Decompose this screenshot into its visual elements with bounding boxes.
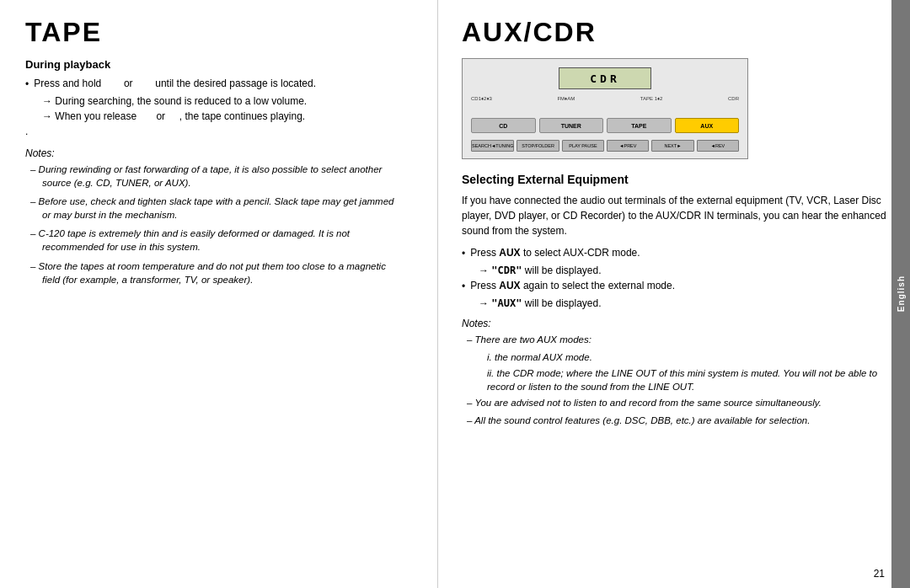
auxcdr-panel: AUX/CDR CDR CD1♦2♦3 FM♦AM TAPE 1♦2 CDR C… bbox=[438, 0, 910, 588]
aux-arrow-2: "AUX" will be displayed. bbox=[479, 297, 886, 309]
tape-title: TAPE bbox=[25, 17, 404, 48]
aux-note-1b: ii. the CDR mode; where the LINE OUT of … bbox=[487, 366, 886, 393]
selecting-heading: Selecting External Equipment bbox=[462, 173, 886, 186]
tape-notes-title: Notes: bbox=[25, 147, 404, 159]
aux-notes-section: Notes: There are two AUX modes: i. the n… bbox=[462, 318, 886, 428]
tape-panel: TAPE During playback • Press and hold or… bbox=[0, 0, 438, 588]
device-buttons-row: CD TUNER TAPE AUX bbox=[471, 118, 739, 133]
dev-btn-tuner: TUNER bbox=[539, 118, 604, 133]
tape-note-1: During rewinding or fast forwarding of a… bbox=[30, 163, 404, 190]
device-image: CDR CD1♦2♦3 FM♦AM TAPE 1♦2 CDR CD TUNER … bbox=[462, 58, 748, 159]
tape-note-2: Before use, check and tighten slack tape… bbox=[30, 195, 404, 222]
aux-note-1: There are two AUX modes: bbox=[467, 333, 886, 346]
device-display: CDR bbox=[559, 67, 651, 89]
tape-arrow-1: During searching, the sound is reduced t… bbox=[42, 95, 404, 107]
aux-note-2: You are advised not to listen to and rec… bbox=[467, 396, 886, 409]
aux-notes-title: Notes: bbox=[462, 318, 886, 329]
aux-bullet-2: • Press AUX again to select the external… bbox=[462, 280, 886, 292]
period: . bbox=[25, 126, 404, 137]
dev-bottom-next: NEXT► bbox=[651, 140, 693, 152]
page-number: 21 bbox=[874, 568, 885, 580]
aux-bold-1: AUX bbox=[499, 247, 520, 259]
dev-btn-tape: TAPE bbox=[607, 118, 672, 133]
tape-bullet-1: • Press and hold or until the desired pa… bbox=[25, 78, 404, 90]
dev-bottom-rev: ◄REV bbox=[697, 140, 739, 152]
during-playback-heading: During playback bbox=[25, 58, 404, 71]
tape-note-3: C-120 tape is extremely thin and is easi… bbox=[30, 227, 404, 254]
aux-note-1a: i. the normal AUX mode. bbox=[487, 350, 886, 364]
aux-arrow-1: "CDR" will be displayed. bbox=[479, 265, 886, 276]
aux-intro-text: If you have connected the audio out term… bbox=[462, 193, 886, 238]
auxcdr-title: AUX/CDR bbox=[462, 17, 886, 48]
bullet-dot-1: • bbox=[25, 78, 29, 90]
english-tab-wrapper: English bbox=[891, 0, 910, 588]
dev-bottom-play: PLAY PAUSE bbox=[562, 140, 604, 152]
aux-bullet-1: • Press AUX to select AUX-CDR mode. bbox=[462, 247, 886, 259]
english-tab: English bbox=[897, 275, 906, 312]
dev-bottom-search: SEARCH◄TUNING bbox=[471, 140, 514, 152]
dev-btn-cd: CD bbox=[471, 118, 536, 133]
aux-bold-2: AUX bbox=[499, 280, 520, 291]
tape-notes-section: Notes: During rewinding or fast forwardi… bbox=[25, 147, 404, 286]
device-inner: CDR CD1♦2♦3 FM♦AM TAPE 1♦2 CDR CD TUNER … bbox=[463, 59, 747, 158]
aux-note-3: All the sound control features (e.g. DSC… bbox=[467, 414, 886, 427]
dev-bottom-stop: STOP/FOLDER bbox=[517, 140, 559, 152]
device-labels: CD1♦2♦3 FM♦AM TAPE 1♦2 CDR bbox=[471, 96, 739, 101]
aux-bullet-1-text: Press AUX to select AUX-CDR mode. bbox=[470, 247, 640, 259]
dev-btn-aux: AUX bbox=[675, 118, 740, 133]
tape-bullet-1-text: Press and hold or until the desired pass… bbox=[34, 78, 316, 89]
aux-bullet-dot-1: • bbox=[462, 248, 465, 259]
aux-bullet-dot-2: • bbox=[462, 281, 465, 292]
device-bottom-row: SEARCH◄TUNING STOP/FOLDER PLAY PAUSE ◄PR… bbox=[471, 140, 739, 152]
tape-arrow-2: When you release or , the tape continues… bbox=[42, 110, 404, 122]
tape-note-4: Store the tapes at room temperature and … bbox=[30, 259, 404, 286]
aux-bullet-2-text: Press AUX again to select the external m… bbox=[470, 280, 675, 291]
dev-bottom-prev: ◄PREV bbox=[607, 140, 649, 152]
